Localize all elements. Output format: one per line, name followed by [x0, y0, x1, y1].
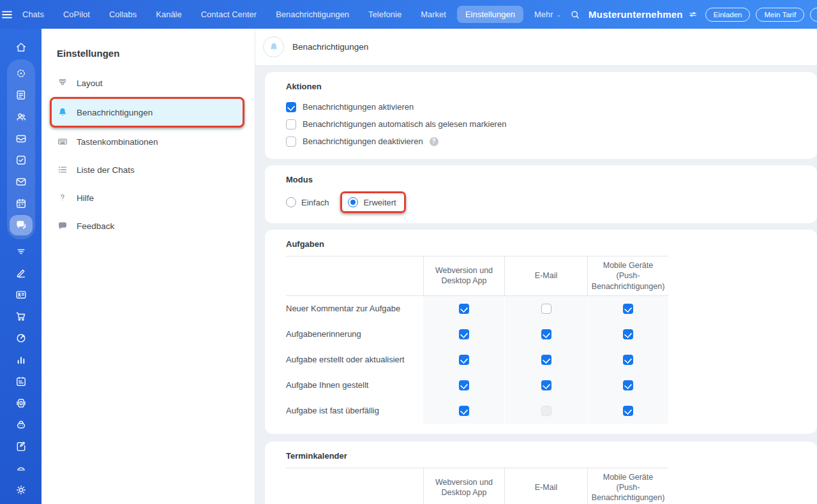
- rail-gear-icon[interactable]: [10, 479, 33, 501]
- checkbox-checked[interactable]: [623, 406, 633, 416]
- sidebar-item-liste-der-chats[interactable]: Liste der Chats: [50, 156, 244, 184]
- table-header-row: Webversion und Desktop AppE-MailMobile G…: [286, 468, 668, 504]
- nav-tab-telefonie[interactable]: Telefonie: [360, 6, 410, 23]
- checkbox-unchecked[interactable]: [541, 304, 551, 314]
- table-row: Neuer Kommentar zur Aufgabe: [286, 296, 668, 322]
- checkbox-checked[interactable]: [459, 406, 469, 416]
- nav-tab-label: Telefonie: [368, 10, 401, 19]
- rail-chat-icon[interactable]: [10, 215, 33, 235]
- sidebar-item-feedback[interactable]: Feedback: [50, 212, 244, 240]
- rail-device-icon[interactable]: [10, 392, 33, 414]
- nav-tab-chats[interactable]: Chats: [14, 6, 52, 23]
- tasks-section-title: Aufgaben: [286, 239, 804, 249]
- radio-selected[interactable]: [348, 197, 358, 207]
- robot-icon: [15, 419, 27, 431]
- checkbox-checked[interactable]: [623, 329, 633, 339]
- sidebar-item-label: Benachrichtigungen: [77, 108, 153, 117]
- checkbox-checked[interactable]: [459, 304, 469, 314]
- nav-tab-copilot[interactable]: CoPilot: [55, 6, 98, 23]
- table-cell: [423, 347, 504, 373]
- checkbox-checked[interactable]: [459, 329, 469, 339]
- rail-tasks-icon[interactable]: [10, 149, 33, 171]
- nav-tab-kan-le[interactable]: Kanäle: [147, 6, 190, 23]
- nav-tab-benachrichtigungen[interactable]: Benachrichtigungen: [267, 6, 357, 23]
- rail-contact-card-icon[interactable]: [10, 284, 33, 306]
- rail-arc-icon[interactable]: [10, 457, 33, 479]
- nav-tab-collabs[interactable]: Collabs: [101, 6, 145, 23]
- rail-pen-icon[interactable]: [10, 262, 33, 284]
- sidebar-item-benachrichtigungen[interactable]: Benachrichtigungen: [50, 97, 244, 128]
- page-header: Benachrichtigungen: [255, 29, 817, 66]
- sidebar-item-tastenkombinationen[interactable]: Tastenkombinationen: [50, 128, 244, 156]
- rail-robot-icon[interactable]: [10, 414, 33, 436]
- rail-cart-icon[interactable]: [10, 306, 33, 327]
- checkbox-checked[interactable]: [623, 380, 633, 390]
- help-icon[interactable]: ?: [430, 137, 438, 146]
- settings-panel-title: Einstellungen: [41, 41, 255, 69]
- rail-target-icon[interactable]: [10, 327, 33, 349]
- checkbox-checked[interactable]: [286, 102, 296, 112]
- rail-home-icon[interactable]: [10, 36, 33, 58]
- checkbox-unchecked[interactable]: [286, 119, 296, 130]
- people-icon: [15, 110, 27, 123]
- left-icon-rail: [0, 29, 41, 504]
- checkbox-checked[interactable]: [541, 355, 551, 365]
- sidebar-item-hilfe[interactable]: Hilfe: [50, 184, 244, 212]
- mode-option-einfach[interactable]: Einfach: [286, 197, 330, 207]
- einladen-button[interactable]: Einladen: [705, 8, 751, 22]
- hamburger-menu-button[interactable]: [0, 8, 14, 22]
- checkbox-checked[interactable]: [623, 355, 633, 365]
- radio-unselected[interactable]: [286, 197, 296, 207]
- checkbox-checked[interactable]: [459, 380, 469, 390]
- rail-booking-icon[interactable]: [10, 371, 33, 392]
- checkbox-unchecked[interactable]: [286, 137, 296, 147]
- search-icon: [569, 9, 581, 20]
- keyboard-icon: [57, 136, 68, 147]
- rail-mail-icon[interactable]: [10, 171, 33, 193]
- mode-option-label: Erweitert: [363, 198, 396, 207]
- checkbox-checked[interactable]: [541, 329, 551, 339]
- mode-option-erweitert[interactable]: Erweitert: [340, 191, 405, 213]
- company-name-label: Musterunternehmen: [588, 9, 683, 20]
- checkbox-disabled[interactable]: [541, 406, 551, 416]
- rail-news-icon[interactable]: [10, 84, 33, 106]
- checkbox-checked[interactable]: [541, 380, 551, 390]
- pen-icon: [15, 267, 27, 279]
- cart-icon: [15, 310, 27, 323]
- nav-tab-mehr[interactable]: Mehr⌄: [526, 6, 569, 23]
- mode-section: Modus EinfachErweitert: [265, 165, 817, 223]
- rail-people-icon[interactable]: [10, 106, 33, 128]
- rail-doc-edit-icon[interactable]: [10, 436, 33, 457]
- helpdesk-button[interactable]: Helpdesk: [810, 8, 817, 22]
- rail-copilot-icon[interactable]: [10, 63, 33, 84]
- calendar-section: Terminkalender Webversion und Desktop Ap…: [265, 441, 817, 504]
- menu-icon: [0, 8, 14, 22]
- checkbox-checked[interactable]: [459, 355, 469, 365]
- rail-calendar-icon[interactable]: [10, 193, 33, 214]
- rail-signal-icon[interactable]: [10, 241, 33, 262]
- table-header-empty: [286, 468, 423, 504]
- nav-tab-einstellungen[interactable]: Einstellungen: [457, 6, 523, 23]
- chevron-down-icon: ⌄: [557, 11, 562, 18]
- sidebar-item-layout[interactable]: Layout: [50, 69, 244, 97]
- rail-chart-icon[interactable]: [10, 349, 33, 371]
- booking-icon: [15, 375, 27, 388]
- company-name[interactable]: Musterunternehmen: [588, 9, 698, 20]
- sliders-icon[interactable]: [688, 10, 698, 19]
- checkbox-checked[interactable]: [623, 304, 633, 314]
- row-label: Aufgabenerinnerung: [286, 322, 423, 347]
- search-button[interactable]: [569, 9, 581, 20]
- column-header: Webversion und Desktop App: [423, 468, 504, 504]
- rail-inbox-icon[interactable]: [10, 128, 33, 149]
- table-cell: [423, 398, 504, 424]
- mein-tarif-button[interactable]: Mein Tarif: [756, 8, 804, 22]
- table-cell: [587, 398, 668, 424]
- settings-menu: LayoutBenachrichtigungenTastenkombinatio…: [41, 69, 255, 240]
- news-icon: [15, 89, 27, 101]
- nav-tab-market[interactable]: Market: [412, 6, 454, 23]
- nav-tab-contact-center[interactable]: Contact Center: [193, 6, 265, 23]
- help-icon: [57, 192, 68, 204]
- table-cell: [423, 373, 504, 398]
- nav-tab-label: Einstellungen: [465, 10, 515, 19]
- layout-icon: [57, 77, 68, 89]
